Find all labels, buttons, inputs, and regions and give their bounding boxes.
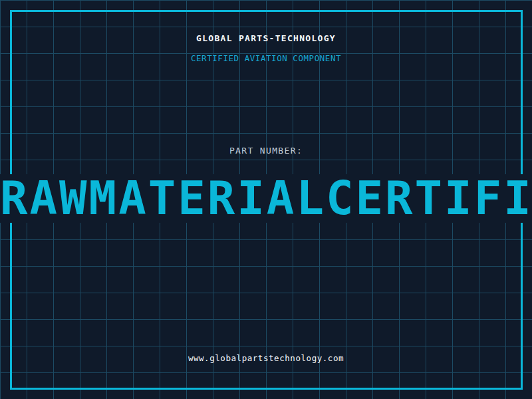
part-number-value: RAWMATERIALCERTIFI bbox=[0, 174, 532, 223]
blueprint-page: GLOBAL PARTS-TECHNOLOGY CERTIFIED AVIATI… bbox=[0, 0, 532, 399]
certification-subtitle: CERTIFIED AVIATION COMPONENT bbox=[0, 54, 532, 63]
website-url: www.globalpartstechnology.com bbox=[0, 353, 532, 363]
part-number-label: PART NUMBER: bbox=[0, 146, 532, 156]
company-title: GLOBAL PARTS-TECHNOLOGY bbox=[0, 33, 532, 44]
part-number-band: RAWMATERIALCERTIFI bbox=[0, 174, 532, 223]
